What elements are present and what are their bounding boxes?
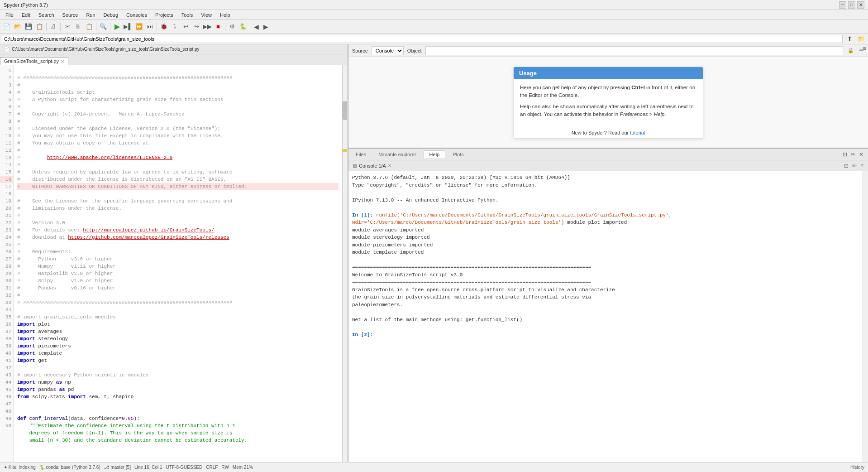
- tab-help[interactable]: Help: [424, 150, 446, 158]
- usage-paragraph-1: Here you can get help of any object by p…: [520, 84, 696, 100]
- kite-icon: ✦: [4, 465, 7, 470]
- print-button[interactable]: 🖨: [48, 22, 58, 32]
- menu-source[interactable]: Source: [59, 11, 82, 19]
- help-content: Usage Here you can get help of any objec…: [348, 57, 868, 148]
- minimize-button[interactable]: ─: [839, 1, 846, 9]
- console-content[interactable]: Python 3.7.6 (default, Jan 8 2020, 20:23…: [348, 171, 863, 462]
- mem-status: Mem 21%: [233, 465, 253, 470]
- status-left: ✦ Kite: indexing 🐍 conda: base (Python 3…: [4, 465, 253, 470]
- editor-tab-grainsize[interactable]: GrainSizeTools_script.py ✕: [0, 57, 68, 65]
- console-scrollbar[interactable]: [863, 171, 868, 462]
- run-file-button[interactable]: ▶▌: [123, 22, 133, 32]
- usage-paragraph-2: Help can also be shown automatically aft…: [520, 103, 696, 119]
- rw-status: RW: [221, 465, 229, 470]
- console-startup-text: Python 3.7.6 (default, Jan 8 2020, 20:23…: [352, 175, 570, 203]
- git-status: ⎇ master [5]: [104, 465, 131, 470]
- line-ending-status: CRLF: [206, 465, 218, 470]
- tab-plots[interactable]: Plots: [447, 150, 469, 158]
- scrollbar-thumb[interactable]: [343, 101, 347, 120]
- conda-icon: 🐍: [39, 465, 45, 470]
- stop-debug-button[interactable]: ■: [213, 22, 223, 32]
- bottom-tabs-bar: Files Variable explorer Help Plots ⊡ ✏ ✕: [348, 148, 868, 160]
- editor-options-button[interactable]: ≡: [863, 45, 866, 52]
- back-button[interactable]: ◀: [252, 23, 261, 30]
- right-pane: Source Console Object 🔒 ✏ Usage Here you…: [348, 44, 868, 462]
- line-num: 44: [0, 379, 13, 386]
- app-title: Spyder (Python 3.7): [4, 2, 48, 8]
- history-label[interactable]: History: [850, 465, 864, 470]
- step-into-button[interactable]: ↩: [181, 22, 191, 32]
- path-up-button[interactable]: ⬆: [844, 34, 854, 44]
- cut-button[interactable]: ✂: [62, 22, 72, 32]
- tab-variable-explorer[interactable]: Variable explorer: [373, 150, 421, 158]
- menu-edit[interactable]: Edit: [18, 11, 34, 19]
- console-tab-close[interactable]: ✕: [388, 163, 391, 168]
- debug-button[interactable]: 🐞: [159, 22, 169, 32]
- step-return-button[interactable]: ↪: [191, 22, 201, 32]
- usage-body: Here you can get help of any object by p…: [514, 79, 703, 127]
- paste-button[interactable]: 📋: [84, 22, 94, 32]
- console-edit-icon[interactable]: ✏: [851, 163, 858, 169]
- close-button[interactable]: ✕: [857, 1, 864, 9]
- save-all-button[interactable]: 📋: [34, 22, 44, 32]
- line-col-status: Line 16, Col 1: [134, 465, 162, 470]
- filepath-text: C:\Users\marco\Documents\GitHub\GrainSiz…: [12, 47, 200, 52]
- console-options-icon[interactable]: ≡: [859, 163, 864, 169]
- save-file-button[interactable]: 💾: [24, 22, 33, 32]
- usage-title: Usage: [514, 67, 703, 79]
- menu-debug[interactable]: Debug: [100, 11, 122, 19]
- menu-view[interactable]: View: [197, 11, 215, 19]
- console-title-bar: 🖥 Console 1/A ✕ ⊡ ✏ ≡: [348, 160, 868, 171]
- toolbar-separator-1: [46, 23, 47, 31]
- maximize-button[interactable]: □: [848, 1, 855, 9]
- run-button[interactable]: ▶: [112, 22, 122, 32]
- copy-button[interactable]: ⎘: [73, 22, 83, 32]
- status-bar: ✦ Kite: indexing 🐍 conda: base (Python 3…: [0, 462, 868, 472]
- menu-run[interactable]: Run: [82, 11, 99, 19]
- menu-consoles[interactable]: Consoles: [123, 11, 151, 19]
- run-cell-button[interactable]: ⏩: [134, 22, 144, 32]
- find-button[interactable]: 🔍: [98, 22, 108, 32]
- menu-tools[interactable]: Tools: [178, 11, 197, 19]
- line-num: 49: [0, 415, 13, 422]
- continue-button[interactable]: ▶▶: [202, 22, 212, 32]
- conda-button[interactable]: 🐍: [238, 22, 248, 32]
- path-input[interactable]: [2, 35, 843, 43]
- line-num: 6: [0, 103, 13, 111]
- menu-projects[interactable]: Projects: [152, 11, 177, 19]
- editor-pane: 📄 C:\Users\marco\Documents\GitHub\GrainS…: [0, 44, 348, 462]
- menu-search[interactable]: Search: [35, 11, 58, 19]
- vertical-scrollbar[interactable]: [342, 65, 348, 462]
- open-file-button[interactable]: 📂: [13, 22, 23, 32]
- source-dropdown[interactable]: Console: [372, 46, 404, 55]
- toolbar-separator-7: [250, 23, 250, 31]
- line-num: 10: [0, 132, 13, 140]
- tab-close-button[interactable]: ✕: [61, 59, 64, 64]
- line-num: 37 ⚠: [0, 328, 13, 335]
- line-num: 5: [0, 96, 13, 103]
- new-file-button[interactable]: 📄: [2, 22, 12, 32]
- profile-button[interactable]: ⚙: [227, 22, 237, 32]
- console-undock-icon[interactable]: ⊡: [843, 163, 849, 169]
- undock-icon[interactable]: ⊡: [842, 151, 848, 158]
- line-num: 15: [0, 169, 13, 176]
- menu-file[interactable]: File: [2, 11, 17, 19]
- edit-icon[interactable]: ✏: [850, 151, 856, 158]
- console-in2-prompt: In [2]:: [352, 332, 373, 337]
- tab-files[interactable]: Files: [350, 150, 372, 158]
- run-cell-advance-button[interactable]: ⏭: [145, 22, 155, 32]
- forward-button[interactable]: ▶: [262, 23, 270, 30]
- close-pane-icon[interactable]: ✕: [858, 151, 864, 158]
- step-over-button[interactable]: ⤵: [170, 22, 180, 32]
- kite-status: ✦ Kite: indexing: [4, 465, 36, 470]
- object-input[interactable]: [425, 46, 843, 55]
- code-editor[interactable]: # ######################################…: [14, 65, 342, 462]
- tutorial-link[interactable]: tutorial: [630, 130, 645, 135]
- path-browse-button[interactable]: 📁: [856, 34, 866, 44]
- lock-icon[interactable]: 🔒: [847, 48, 855, 53]
- title-bar: Spyder (Python 3.7) ─ □ ✕: [0, 0, 868, 10]
- line-num: 34 ⚠: [0, 306, 13, 313]
- console-in1-output: module plot imported module averages imp…: [352, 220, 627, 323]
- menu-help[interactable]: Help: [216, 11, 234, 19]
- line-num: 25: [0, 241, 13, 248]
